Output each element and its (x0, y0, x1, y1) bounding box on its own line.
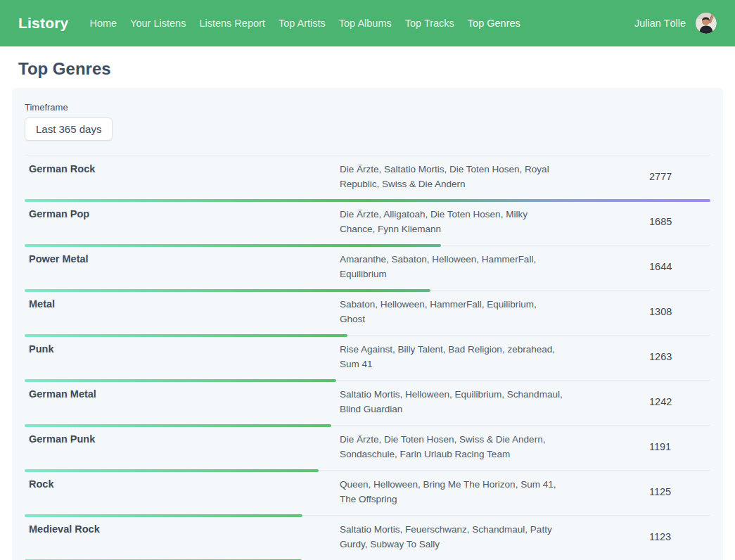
navbar: Listory HomeYour ListensListens ReportTo… (0, 0, 735, 46)
genre-listen-count: 1125 (649, 485, 710, 499)
user-name: Julian Tölle (634, 18, 686, 29)
genre-listen-count: 1263 (649, 350, 710, 364)
genre-top-artists: Die Ärzte, Die Toten Hosen, Swiss & Die … (340, 432, 563, 462)
genre-row: German PopDie Ärzte, Alligatoah, Die Tot… (25, 201, 710, 246)
genre-top-artists: Saltatio Mortis, Feuerschwanz, Schandmau… (340, 522, 563, 552)
genre-listen-count: 1123 (649, 530, 710, 545)
user-photo-avatar[interactable] (696, 13, 717, 34)
genre-name: German Metal (25, 387, 340, 402)
genre-row: German RockDie Ärzte, Saltatio Mortis, D… (25, 155, 710, 201)
genre-row: German PunkDie Ärzte, Die Toten Hosen, S… (25, 426, 710, 471)
genre-name: Metal (25, 297, 340, 312)
genre-row: PunkRise Against, Billy Talent, Bad Reli… (25, 336, 710, 381)
nav-item-home[interactable]: Home (89, 18, 117, 29)
timeframe-label: Timeframe (25, 102, 710, 113)
avatar-image (696, 13, 717, 34)
genre-row: RockQueen, Helloween, Bring Me The Horiz… (25, 471, 710, 516)
genre-top-artists: Queen, Helloween, Bring Me The Horizon, … (340, 477, 563, 507)
user-menu[interactable]: Julian Tölle (634, 13, 717, 34)
genre-top-artists: Die Ärzte, Saltatio Mortis, Die Toten Ho… (340, 162, 563, 191)
genre-top-artists: Amaranthe, Sabaton, Helloween, HammerFal… (340, 252, 563, 281)
nav-item-your-listens[interactable]: Your Listens (130, 18, 186, 29)
genre-listen-count: 1685 (649, 215, 710, 229)
genre-top-artists: Rise Against, Billy Talent, Bad Religion… (340, 342, 563, 371)
genre-listen-count: 1191 (649, 440, 710, 454)
genre-name: Power Metal (25, 252, 340, 267)
genre-listen-count: 2777 (649, 170, 710, 184)
top-genres-card: Timeframe Last 365 days German RockDie Ä… (12, 88, 723, 560)
genre-row: Medieval RockSaltatio Mortis, Feuerschwa… (25, 516, 710, 560)
nav-item-top-genres[interactable]: Top Genres (468, 18, 520, 29)
nav-item-listens-report[interactable]: Listens Report (199, 18, 265, 29)
genre-listen-count: 1644 (649, 260, 710, 274)
genre-name: Punk (25, 342, 340, 357)
genre-row: MetalSabaton, Helloween, HammerFall, Equ… (25, 291, 710, 336)
main-content: Top Genres Timeframe Last 365 days Germa… (0, 59, 735, 560)
genre-listen-count: 1308 (649, 305, 710, 319)
nav-item-top-tracks[interactable]: Top Tracks (405, 18, 454, 29)
genre-name: German Pop (25, 207, 340, 222)
genre-name: Rock (25, 477, 340, 492)
timeframe-select[interactable]: Last 365 days (25, 117, 113, 141)
genre-list: German RockDie Ärzte, Saltatio Mortis, D… (25, 155, 710, 560)
genre-listen-count: 1242 (649, 395, 710, 409)
genre-top-artists: Sabaton, Helloween, HammerFall, Equilibr… (340, 297, 563, 326)
genre-row: Power MetalAmaranthe, Sabaton, Helloween… (25, 246, 710, 291)
genre-name: German Punk (25, 432, 340, 447)
genre-row: German MetalSaltatio Mortis, Helloween, … (25, 381, 710, 426)
nav-links: HomeYour ListensListens ReportTop Artist… (89, 18, 520, 29)
page-title: Top Genres (18, 59, 735, 79)
genre-top-artists: Die Ärzte, Alligatoah, Die Toten Hosen, … (340, 207, 563, 236)
genre-top-artists: Saltatio Mortis, Helloween, Equilibrium,… (340, 387, 563, 416)
genre-name: Medieval Rock (25, 522, 340, 537)
genre-name: German Rock (25, 162, 340, 177)
brand-logo[interactable]: Listory (18, 15, 68, 32)
nav-item-top-artists[interactable]: Top Artists (279, 18, 326, 29)
nav-item-top-albums[interactable]: Top Albums (339, 18, 392, 29)
